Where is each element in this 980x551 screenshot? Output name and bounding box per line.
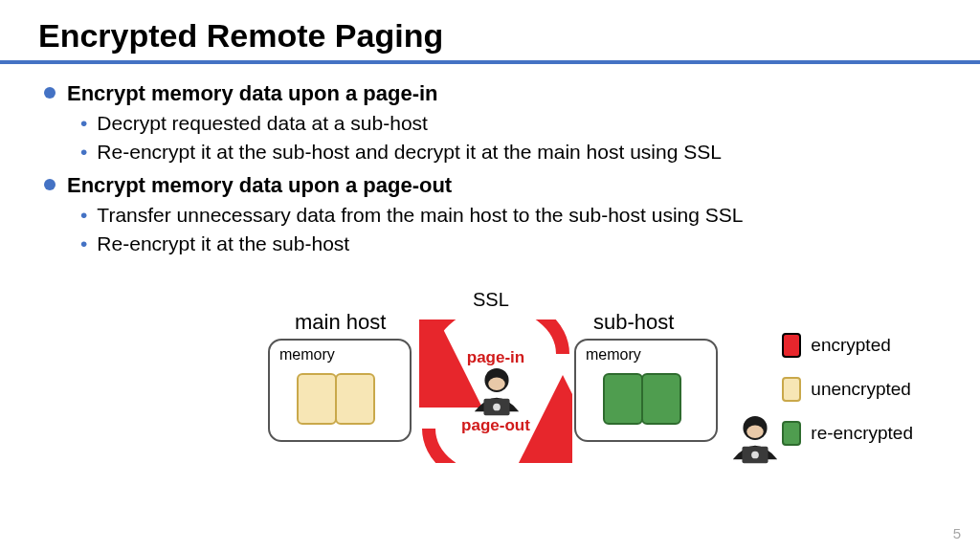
hacker-icon [469, 365, 524, 417]
legend: encrypted unencrypted re-encrypted [782, 323, 913, 465]
sub-bullet-item: • Decrypt requested data at a sub-host [80, 110, 942, 137]
svg-point-1 [488, 378, 504, 391]
page-in-label: page-in [419, 348, 572, 367]
legend-item: unencrypted [782, 377, 913, 402]
bullet-text: Encrypt memory data upon a page-in [67, 79, 438, 108]
svg-point-3 [493, 404, 501, 411]
title-divider [0, 60, 980, 64]
sub-bullet-text: Re-encrypt it at the sub-host and decryp… [97, 139, 722, 165]
slide-title: Encrypted Remote Paging [38, 17, 942, 55]
bullet-item: Encrypt memory data upon a page-in [44, 79, 942, 108]
legend-label: re-encrypted [811, 423, 913, 444]
sub-bullet-text: Re-encrypt it at the sub-host [97, 231, 349, 257]
legend-label: unencrypted [811, 379, 911, 400]
svg-point-5 [746, 426, 763, 439]
sub-bullet-text: Decrypt requested data at a sub-host [97, 110, 428, 137]
sub-bullet-item: • Re-encrypt it at the sub-host [80, 231, 942, 257]
legend-item: encrypted [782, 333, 913, 358]
legend-item: re-encrypted [782, 421, 913, 446]
memory-label: memory [279, 346, 335, 364]
sub-bullet-item: • Transfer unnecessary data from the mai… [80, 202, 942, 229]
diagram: SSL main host memory sub-host memory [38, 289, 942, 518]
sub-host-title: sub-host [593, 310, 674, 335]
sub-bullet-item: • Re-encrypt it at the sub-host and decr… [80, 139, 942, 165]
hacker-icon [727, 413, 783, 465]
memory-cell-icon [641, 373, 681, 425]
memory-cells-unencrypted [297, 373, 375, 425]
main-host-title: main host [295, 310, 386, 335]
memory-cell-icon [335, 373, 375, 425]
memory-label: memory [586, 346, 641, 364]
sub-bullet-text: Transfer unnecessary data from the main … [97, 202, 743, 229]
bullet-item: Encrypt memory data upon a page-out [44, 171, 942, 200]
bullet-dash-icon: • [80, 202, 87, 228]
memory-cell-icon [297, 373, 337, 425]
bullet-dash-icon: • [80, 110, 87, 136]
slide: Encrypted Remote Paging Encrypt memory d… [0, 0, 980, 551]
main-host-box: memory [268, 339, 412, 442]
bullet-dot-icon [44, 87, 56, 99]
legend-label: encrypted [811, 335, 890, 356]
bullet-list: Encrypt memory data upon a page-in • Dec… [38, 79, 942, 258]
sub-host-box: memory [574, 339, 718, 442]
reencrypted-swatch-icon [782, 421, 801, 446]
encrypted-swatch-icon [782, 333, 801, 358]
unencrypted-swatch-icon [782, 377, 801, 402]
page-number: 5 [953, 525, 961, 541]
svg-point-7 [751, 452, 759, 459]
bullet-dash-icon: • [80, 231, 87, 256]
page-out-label: page-out [419, 416, 572, 435]
memory-cells-reencrypted [603, 373, 681, 425]
bullet-text: Encrypt memory data upon a page-out [67, 171, 452, 200]
bullet-dot-icon [44, 179, 56, 190]
memory-cell-icon [603, 373, 643, 425]
ssl-label: SSL [473, 289, 509, 311]
bullet-dash-icon: • [80, 139, 87, 165]
